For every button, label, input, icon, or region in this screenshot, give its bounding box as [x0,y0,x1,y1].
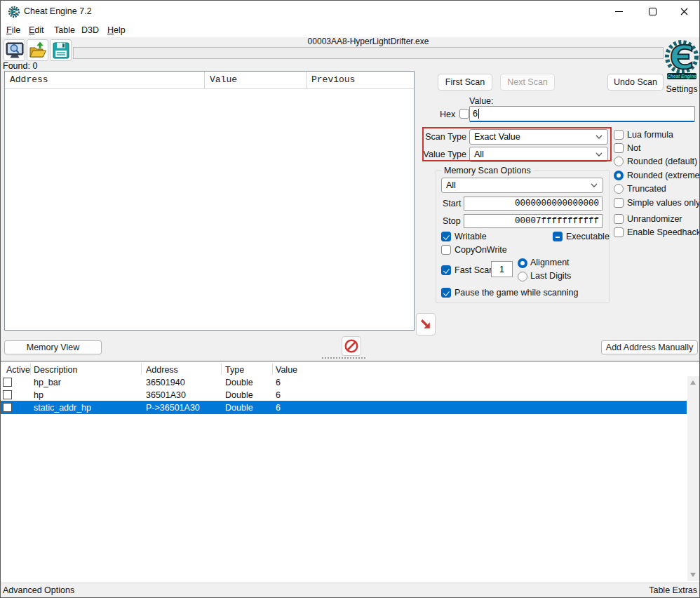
pause-while-scanning-checkbox[interactable] [441,288,451,298]
row-active-checkbox[interactable] [3,403,12,412]
alignment-label: Alignment [530,258,570,267]
enable-speedhack-label: Enable Speedhack [627,227,700,237]
row-address: P->36501A30 [146,401,200,414]
row-type: Double [225,401,253,414]
addrlist-header-active: Active [6,364,30,376]
addrlist-header-value: Value [276,364,297,376]
open-table-button[interactable] [27,39,48,61]
hex-label: Hex [440,109,455,119]
menu-edit[interactable]: Edit [27,25,46,36]
title-bar[interactable]: Є Cheat Engine 7.2 [1,1,699,23]
row-value: 6 [276,389,281,401]
window-title: Cheat Engine 7.2 [24,6,92,16]
fast-scan-alignment-input[interactable]: 1 [491,261,513,277]
copy-to-address-list-button[interactable] [416,313,436,335]
row-active-checkbox[interactable] [3,390,12,399]
lua-formula-label: Lua formula [627,130,673,140]
writable-checkbox[interactable] [441,232,451,241]
row-type: Double [225,389,253,401]
memory-view-button[interactable]: Memory View [4,340,102,354]
panel-splitter-handle[interactable] [322,357,365,359]
row-type: Double [225,376,253,389]
row-description: static_addr_hp [34,401,91,414]
hex-checkbox[interactable] [459,109,469,119]
last-digits-label: Last Digits [530,271,571,281]
rounded-extreme-radio[interactable] [614,171,624,180]
value-input[interactable]: 6 [469,106,695,122]
attached-process-label: 00003AA8-HyperLightDrifter.exe [73,36,664,46]
row-value: 6 [276,401,281,414]
column-divider [272,364,273,375]
scan-type-value: Exact Value [474,132,520,142]
menu-table[interactable]: Table [52,25,77,36]
column-divider [30,364,31,375]
cheat-engine-logo-settings-button[interactable]: Є Cheat Engine [663,39,700,84]
scan-progress-bar [73,47,664,59]
scrollbar-up-icon[interactable] [690,380,696,385]
truncated-radio[interactable] [614,184,624,194]
simple-values-only-checkbox[interactable] [614,198,624,208]
address-list: Active Description Address Type Value [1,361,700,583]
chevron-down-icon [591,183,598,187]
not-checkbox[interactable] [614,143,624,153]
address-list-scrollbar[interactable] [687,376,699,581]
column-header-address: Address [5,72,205,88]
executable-checkbox[interactable] [553,232,563,241]
scrollbar-down-icon[interactable] [690,573,696,577]
maximize-button[interactable] [637,1,668,22]
menu-file[interactable]: File [4,25,22,36]
memory-scan-options-title: Memory Scan Options [441,166,534,175]
table-extras-link[interactable]: Table Extras [649,585,697,595]
save-table-button[interactable] [50,39,72,61]
menu-d3d[interactable]: D3D [79,25,101,36]
row-address: 36501A30 [146,389,186,401]
executable-label: Executable [566,232,610,241]
value-label: Value: [469,96,494,106]
stop-label: Stop [443,216,461,226]
next-scan-button[interactable]: Next Scan [500,74,555,91]
unrandomizer-label: Unrandomizer [627,214,682,224]
select-process-button[interactable] [4,39,25,61]
stop-address-input[interactable]: 00007fffffffffff [464,214,603,228]
address-row-static-addr-hp[interactable]: static_addr_hp P->36501A30 Double 6 [1,401,687,414]
copyonwrite-label: CopyOnWrite [455,245,507,255]
minimize-button[interactable] [603,1,634,22]
undo-scan-button[interactable]: Undo Scan [607,74,664,91]
row-description: hp [34,389,43,401]
found-count: Found: 0 [3,61,37,71]
cancel-scan-button[interactable] [342,336,361,356]
rounded-extreme-label: Rounded (extreme) [627,171,700,180]
truncated-label: Truncated [627,184,666,194]
lua-formula-checkbox[interactable] [614,130,624,140]
minimize-icon [615,11,623,12]
logo-glyph: Є [670,39,694,77]
found-value: 0 [32,61,37,71]
advanced-options-link[interactable]: Advanced Options [3,585,74,595]
found-label: Found: [3,61,30,71]
cheat-engine-window: Є Cheat Engine 7.2 File Edit Table D3D H… [0,0,700,598]
fast-scan-label: Fast Scan [455,265,494,275]
start-address-input[interactable]: 0000000000000000 [464,197,603,211]
row-address: 36501940 [146,376,185,389]
memory-region-dropdown[interactable]: All [441,178,603,193]
close-button[interactable] [668,1,699,22]
alignment-radio[interactable] [518,258,527,268]
row-description: hp_bar [34,376,61,389]
add-address-manually-button[interactable]: Add Address Manually [601,340,698,354]
settings-label[interactable]: Settings [663,84,700,94]
first-scan-button[interactable]: First Scan [438,74,492,91]
value-type-dropdown[interactable]: All [469,147,608,162]
app-icon: Є [8,6,20,18]
scan-type-dropdown[interactable]: Exact Value [469,129,608,145]
fast-scan-checkbox[interactable] [441,265,451,275]
column-header-value: Value [205,72,307,88]
menu-help[interactable]: Help [105,25,128,36]
unrandomizer-checkbox[interactable] [614,214,624,224]
copyonwrite-checkbox[interactable] [441,245,451,255]
rounded-default-radio[interactable] [614,157,624,166]
column-divider [221,364,222,375]
row-active-checkbox[interactable] [3,378,12,387]
pause-while-scanning-label: Pause the game while scanning [455,288,579,298]
last-digits-radio[interactable] [518,272,527,281]
enable-speedhack-checkbox[interactable] [614,227,624,237]
